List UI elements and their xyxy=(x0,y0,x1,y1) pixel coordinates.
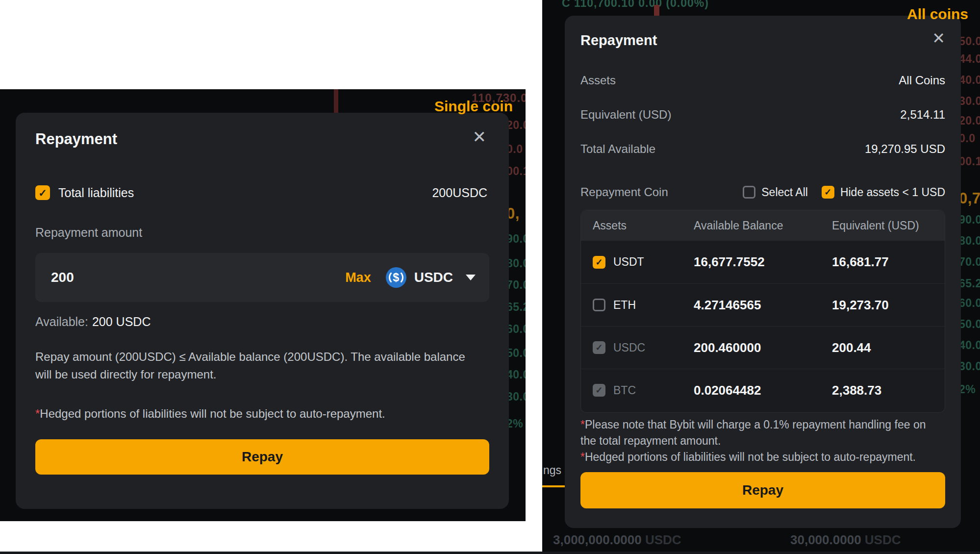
repayment-amount-label: Repayment amount xyxy=(35,226,142,240)
repay-button[interactable]: Repay xyxy=(580,472,945,508)
modal-title: Repayment xyxy=(35,130,117,148)
select-all-checkbox[interactable] xyxy=(743,186,755,199)
close-icon[interactable]: ✕ xyxy=(473,128,487,145)
total-liabilities-row: ✓ Total liabilities 200USDC xyxy=(35,185,487,200)
background-ticker: C 110,700.10 0.00 (0.00%) xyxy=(562,0,709,10)
variant-label-single-coin: Single coin xyxy=(434,98,513,115)
price-scale-tick: 0.0 xyxy=(959,132,975,145)
price-scale-tick: 65.2 xyxy=(506,301,526,314)
repayment-modal-single: Repayment ✕ ✓ Total liabilities 200USDC … xyxy=(16,113,509,509)
check-icon: ✓ xyxy=(595,343,603,352)
hide-assets-checkbox[interactable]: ✓ xyxy=(822,186,834,199)
price-scale-tick: 70.0 xyxy=(959,255,980,269)
price-scale-tick: 00.1 xyxy=(506,165,526,178)
price-scale-tick: 90.0 xyxy=(959,213,980,227)
variant-label-all-coins: All coins xyxy=(907,6,968,23)
price-scale-left: 20.00.000.10,90.080.070.065.260.050.040.… xyxy=(506,89,526,521)
fee-footnote: *Please note that Bybit will charge a 0.… xyxy=(580,417,929,449)
price-scale-tick: 60.0 xyxy=(506,323,526,336)
price-scale-tick: 40.0 xyxy=(959,74,980,87)
table-row-usdc: ✓ USDC 200.460000 200.44 xyxy=(581,326,945,369)
currency-name: USDC xyxy=(414,270,453,285)
total-available-row: Total Available 19,270.95 USD xyxy=(580,142,945,156)
table-row-btc: ✓ BTC 0.02064482 2,388.73 xyxy=(581,369,945,411)
price-scale-tick: 70.0 xyxy=(506,278,526,292)
repay-button[interactable]: Repay xyxy=(35,439,489,475)
repayment-panel-all-coins: Repayment ✕ Assets All Coins Equivalent … xyxy=(565,16,961,528)
price-scale-tick: 50.0 xyxy=(506,347,526,360)
amount-value[interactable]: 200 xyxy=(51,270,74,285)
total-liabilities-label: Total liabilities xyxy=(58,186,134,200)
price-scale-tick: 00.1 xyxy=(959,155,980,168)
price-scale-right: 50.044.040.030.020.00.000.10,790.080.070… xyxy=(959,0,980,554)
background-amount-left: 3,000,000.0000 USDC xyxy=(553,532,681,548)
eth-checkbox[interactable] xyxy=(593,299,605,311)
price-scale-tick: 60.0 xyxy=(959,297,980,310)
table-row-eth: ETH 4.27146565 19,273.70 xyxy=(581,283,945,326)
bottom-edge-bar xyxy=(0,552,980,554)
repayment-coin-label: Repayment Coin xyxy=(580,185,668,199)
price-scale-tick: 65.2 xyxy=(959,277,980,290)
hide-assets-label[interactable]: Hide assets < 1 USD xyxy=(840,186,945,199)
close-icon[interactable]: ✕ xyxy=(932,30,945,46)
asterisk: * xyxy=(35,407,40,420)
hedged-footnote: *Hedged portions of liabilities will not… xyxy=(580,449,929,465)
btc-checkbox: ✓ xyxy=(593,384,605,397)
all-coins-screenshot: C 110,700.10 0.00 (0.00%) 50.044.040.030… xyxy=(542,0,980,554)
price-scale-tick: 30.0 xyxy=(506,390,526,403)
price-scale-tick: 0,7 xyxy=(959,190,980,207)
screenshot-stage: 110,730.0 20.00.000.10,90.080.070.065.26… xyxy=(0,0,980,554)
price-scale-tick: 2% xyxy=(959,383,976,396)
price-scale-tick: 40.0 xyxy=(506,368,526,381)
assets-row: Assets All Coins xyxy=(580,74,945,87)
total-liabilities-value: 200USDC xyxy=(432,186,487,200)
asset-table-header: Assets Available Balance Equivalent (USD… xyxy=(581,210,945,241)
price-scale-tick: 80.0 xyxy=(959,234,980,248)
price-scale-tick: 50.0 xyxy=(959,318,980,331)
price-scale-tick: 2% xyxy=(506,417,523,430)
usdt-checkbox[interactable]: ✓ xyxy=(593,256,605,269)
currency-selector[interactable]: $ USDC xyxy=(386,267,476,288)
price-scale-tick: 50.0 xyxy=(959,35,980,48)
panel-footnotes: *Please note that Bybit will charge a 0.… xyxy=(580,417,929,465)
usdc-coin-icon: $ xyxy=(386,267,406,288)
background-amount-right: 30,000.0000 USDC xyxy=(790,532,901,548)
select-all-label[interactable]: Select All xyxy=(761,186,808,199)
equivalent-row: Equivalent (USD) 2,514.11 xyxy=(580,108,945,122)
max-button[interactable]: Max xyxy=(345,270,371,285)
table-row-usdt: ✓ USDT 16,677.7552 16,681.77 xyxy=(581,241,945,283)
background-tab-fragment: ngs xyxy=(543,464,561,477)
check-icon: ✓ xyxy=(38,188,47,198)
panel-title: Repayment xyxy=(580,32,657,49)
chevron-down-icon xyxy=(466,275,476,280)
price-scale-tick: 20.0 xyxy=(959,114,980,127)
check-icon: ✓ xyxy=(824,188,831,197)
asset-table: Assets Available Balance Equivalent (USD… xyxy=(580,210,945,413)
available-label: Available: xyxy=(35,315,88,328)
repayment-coin-row: Repayment Coin Select All ✓ Hide assets … xyxy=(580,185,945,199)
repayment-amount-input[interactable]: 200 Max $ USDC xyxy=(35,253,489,302)
price-scale-tick: 40.0 xyxy=(959,339,980,352)
price-scale-tick: 80.0 xyxy=(506,257,526,270)
price-scale-tick: 30.0 xyxy=(959,360,980,373)
price-scale-tick: 20.0 xyxy=(506,119,526,132)
total-liabilities-checkbox[interactable]: ✓ xyxy=(35,185,50,200)
price-scale-tick: 30.0 xyxy=(959,95,980,108)
repay-note: Repay amount (200USDC) ≤ Available balan… xyxy=(35,348,467,383)
available-value: 200 USDC xyxy=(92,315,151,328)
hedged-footnote: *Hedged portions of liabilities will not… xyxy=(35,407,385,421)
check-icon: ✓ xyxy=(595,386,603,395)
check-icon: ✓ xyxy=(595,258,603,267)
price-scale-tick: 90.0 xyxy=(506,232,526,246)
available-line: Available:200 USDC xyxy=(35,315,151,329)
price-scale-tick: 44.0 xyxy=(959,52,980,66)
usdc-checkbox: ✓ xyxy=(593,341,605,354)
single-coin-screenshot: 110,730.0 20.00.000.10,90.080.070.065.26… xyxy=(0,89,526,521)
price-scale-tick: 0.0 xyxy=(506,143,523,156)
